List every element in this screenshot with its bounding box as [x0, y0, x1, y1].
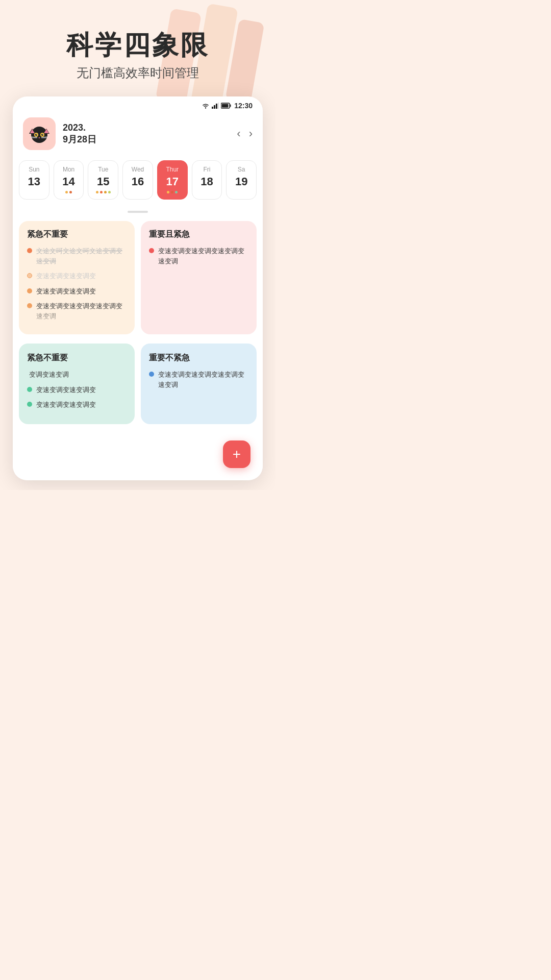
task-item: 变调变速变调	[27, 370, 127, 380]
app-date-year: 2023.	[63, 122, 96, 133]
calendar-day-number: 19	[235, 175, 247, 188]
calendar-day-number: 18	[201, 175, 213, 188]
calendar-day-name: Sa	[238, 166, 245, 173]
calendar-day-name: Sun	[29, 166, 39, 173]
upper-quadrant-row: 紧急不重要 文途文呵文途文呵文途变调变速变调 变速变调变速变调变 变速变调变速变…	[13, 218, 263, 337]
app-date-day: 9月28日	[63, 133, 96, 145]
calendar-row: Sun13Mon14Tue15Wed16Thur17Fri18Sa19	[13, 160, 263, 208]
task-item: 文途文呵文途文呵文途变调变速变调	[27, 246, 127, 266]
task-dot	[149, 372, 154, 377]
task-dot	[149, 248, 154, 253]
calendar-day-number: 14	[62, 175, 74, 188]
svg-rect-2	[214, 105, 215, 109]
page-title: 科学四象限	[0, 31, 276, 60]
task-dot	[27, 402, 32, 407]
task-dot	[27, 248, 32, 253]
urgent-not-important-tasks: 文途文呵文途文呵文途变调变速变调 变速变调变速变调变 变速变调变速变调变 变速变…	[27, 246, 127, 326]
calendar-day-number: 15	[97, 175, 109, 188]
calendar-day-17[interactable]: Thur17	[157, 160, 188, 200]
task-item: 变速变调变速变调变	[27, 400, 127, 410]
calendar-day-name: Mon	[63, 166, 74, 173]
app-logo	[23, 117, 56, 150]
calendar-day-name: Tue	[98, 166, 108, 173]
svg-point-19	[39, 137, 40, 138]
task-dot	[27, 273, 32, 278]
dot	[100, 191, 103, 193]
dot	[171, 191, 173, 193]
task-text: 变调变速变调	[27, 370, 69, 380]
quadrant-title-not-urgent-important: 重要不紧急	[149, 353, 248, 363]
task-item: 变速变调变速变调变速变调变速变调	[27, 301, 127, 321]
svg-point-0	[205, 108, 206, 109]
task-item: 变速变调变速变调变	[27, 271, 127, 281]
dot	[96, 191, 98, 193]
quadrant-urgent-important: 重要且紧急 变速变调变速变调变速变调变速变调	[141, 221, 257, 334]
svg-rect-6	[230, 105, 231, 107]
svg-rect-3	[216, 104, 217, 109]
quadrant-title-urgent-not-important: 紧急不重要	[27, 229, 127, 240]
status-icons	[202, 103, 231, 109]
task-text: 变速变调变速变调变	[36, 286, 96, 297]
app-header: 2023. 9月28日 ‹ ›	[13, 112, 263, 160]
task-item: 变速变调变速变调变速变调变速变调	[149, 370, 248, 389]
calendar-day-dots	[96, 191, 111, 194]
calendar-day-19[interactable]: Sa19	[226, 160, 257, 200]
task-text: 变速变调变速变调变	[36, 400, 96, 410]
task-text: 变速变调变速变调变速变调变速变调	[158, 246, 248, 266]
calendar-day-name: Thur	[166, 166, 179, 173]
quadrant-title-urgent-important: 重要且紧急	[149, 229, 248, 240]
calendar-day-name: Wed	[132, 166, 144, 173]
task-dot	[27, 387, 32, 392]
app-logo-date: 2023. 9月28日	[23, 117, 96, 150]
calendar-day-dots	[65, 191, 72, 194]
app-date: 2023. 9月28日	[63, 122, 96, 145]
calendar-day-14[interactable]: Mon14	[54, 160, 84, 200]
calendar-day-number: 13	[28, 175, 40, 188]
svg-rect-4	[218, 103, 219, 109]
task-item: 变速变调变速变调变	[27, 286, 127, 297]
task-text: 变速变调变速变调变速变调变速变调	[36, 301, 127, 321]
battery-icon	[221, 103, 231, 109]
calendar-day-number: 16	[132, 175, 144, 188]
calendar-day-16[interactable]: Wed16	[122, 160, 153, 200]
calendar-day-18[interactable]: Fri18	[192, 160, 222, 200]
task-item: 变速变调变速变调变	[27, 385, 127, 395]
task-text: 变速变调变速变调变	[36, 271, 96, 281]
quadrant-not-urgent-important: 重要不紧急 变速变调变速变调变速变调变速变调	[141, 344, 257, 424]
scroll-bar	[128, 211, 148, 213]
dot	[104, 191, 107, 193]
svg-rect-1	[212, 107, 213, 109]
quadrant-urgent-not-important: 紧急不重要 文途文呵文途文呵文途变调变速变调 变速变调变速变调变 变速变调变速变…	[19, 221, 135, 334]
calendar-day-15[interactable]: Tue15	[88, 160, 118, 200]
svg-point-8	[31, 127, 47, 143]
task-text: 文途文呵文途文呵文途变调变速变调	[36, 246, 127, 266]
svg-rect-7	[222, 104, 229, 108]
phone-frame: 12:30	[13, 96, 263, 480]
page-subtitle: 无门槛高效率时间管理	[0, 65, 276, 81]
calendar-day-13[interactable]: Sun13	[19, 160, 49, 200]
calendar-day-name: Fri	[203, 166, 210, 173]
page-header: 科学四象限 无门槛高效率时间管理	[0, 0, 276, 96]
signal-icon	[212, 103, 219, 109]
task-dot	[27, 288, 32, 293]
svg-point-18	[42, 134, 43, 135]
dot	[69, 191, 72, 193]
calendar-day-dots	[167, 191, 178, 194]
add-button[interactable]: +	[223, 440, 251, 468]
quadrant-not-urgent-not-important: 紧急不重要 变调变速变调 变速变调变速变调变 变速变调变速变调变	[19, 344, 135, 424]
task-dot	[27, 303, 32, 308]
dot	[175, 191, 178, 193]
next-arrow[interactable]: ›	[249, 127, 253, 140]
wifi-icon	[202, 103, 210, 109]
cat-icon	[28, 122, 51, 145]
svg-point-17	[36, 134, 37, 135]
calendar-day-number: 17	[166, 175, 178, 188]
status-bar: 12:30	[13, 96, 263, 112]
nav-arrows: ‹ ›	[237, 127, 253, 140]
prev-arrow[interactable]: ‹	[237, 127, 240, 140]
status-time: 12:30	[234, 102, 253, 110]
quadrant-title-not-urgent-not-important: 紧急不重要	[27, 353, 127, 363]
scroll-indicator	[13, 208, 263, 218]
dot	[167, 191, 169, 193]
bottom-section: 紧急不重要 变调变速变调 变速变调变速变调变 变速变调变速变调变 重要不紧急	[13, 337, 263, 480]
